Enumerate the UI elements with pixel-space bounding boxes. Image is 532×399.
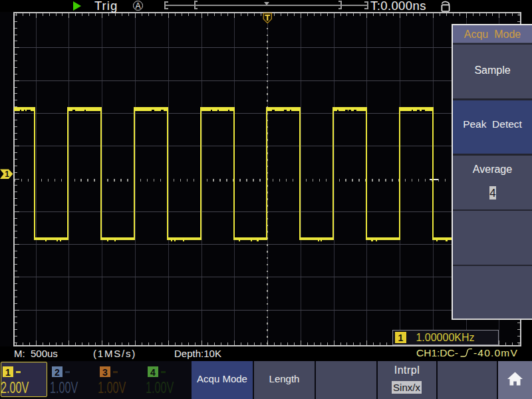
svg-text:1: 1 — [5, 170, 9, 179]
